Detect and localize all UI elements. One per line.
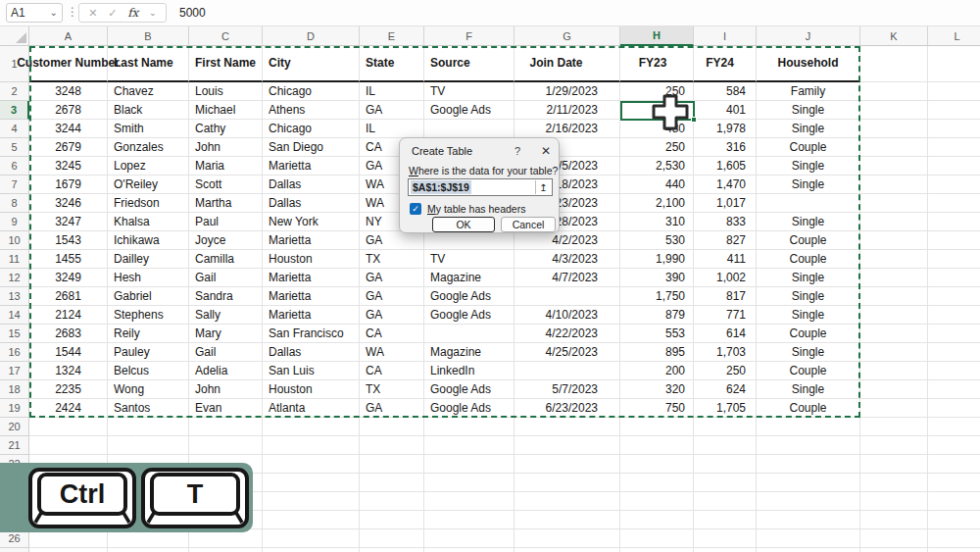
cell[interactable]: 530 <box>620 231 694 250</box>
cell[interactable] <box>360 529 424 548</box>
cell[interactable]: GA <box>360 399 424 418</box>
cell[interactable] <box>424 474 514 492</box>
close-icon[interactable]: ✕ <box>541 144 551 158</box>
cell[interactable]: Friedson <box>108 194 189 213</box>
cell[interactable]: 2124 <box>29 306 108 325</box>
insert-function-icon[interactable]: fx <box>127 6 138 20</box>
chevron-down-icon[interactable]: ⌄ <box>50 8 58 18</box>
cell[interactable]: 4/22/2023 <box>514 325 620 343</box>
help-icon[interactable]: ? <box>514 145 520 157</box>
cell[interactable]: 5,000 <box>620 101 694 120</box>
cell[interactable]: CA <box>360 362 424 380</box>
cell[interactable] <box>860 269 928 287</box>
cell[interactable] <box>694 529 757 548</box>
cell[interactable]: Family <box>757 82 860 101</box>
cell[interactable]: CA <box>360 325 424 343</box>
row-header-3[interactable]: 3 <box>0 101 29 120</box>
cell[interactable]: 310 <box>620 213 694 231</box>
cell[interactable]: Gail <box>189 343 263 362</box>
cell[interactable] <box>928 250 980 269</box>
cell[interactable]: TX <box>360 250 424 269</box>
cell[interactable] <box>928 362 980 380</box>
cell[interactable]: Reily <box>108 325 189 343</box>
cell[interactable] <box>514 474 620 492</box>
row-header-14[interactable]: 14 <box>0 306 29 325</box>
cell[interactable] <box>620 492 694 511</box>
cell[interactable] <box>29 436 108 455</box>
cell[interactable]: Single <box>757 269 860 287</box>
cell[interactable] <box>757 511 860 529</box>
cell[interactable]: Gonzales <box>108 138 189 157</box>
cell[interactable]: Houston <box>263 250 360 269</box>
cell[interactable] <box>860 455 928 474</box>
cell[interactable]: 1/29/2023 <box>514 82 620 101</box>
cell[interactable]: Source <box>424 46 514 82</box>
cell[interactable]: Atlanta <box>263 399 360 418</box>
cell[interactable]: Couple <box>757 325 860 343</box>
cell[interactable]: 411 <box>694 250 757 269</box>
headers-checkbox[interactable]: ✓ <box>410 203 421 215</box>
cell[interactable] <box>860 231 928 250</box>
cell[interactable]: San Luis <box>263 362 360 380</box>
cell[interactable] <box>263 511 360 529</box>
cell[interactable] <box>108 418 189 436</box>
cell[interactable]: Mary <box>189 325 263 343</box>
cell[interactable]: Marietta <box>263 231 360 250</box>
cell[interactable]: 2,100 <box>620 194 694 213</box>
cell[interactable]: 4/25/2023 <box>514 343 620 362</box>
cell[interactable] <box>514 362 620 380</box>
cell[interactable] <box>928 176 980 194</box>
cell[interactable] <box>928 492 980 511</box>
row-header-12[interactable]: 12 <box>0 269 29 287</box>
cell[interactable]: 1,990 <box>620 250 694 269</box>
cell[interactable]: Lopez <box>108 157 189 176</box>
cell[interactable] <box>860 46 928 82</box>
cell[interactable] <box>514 287 620 306</box>
cell[interactable]: First Name <box>189 46 263 82</box>
cell[interactable]: Black <box>108 101 189 120</box>
cell[interactable] <box>860 418 928 436</box>
table-range-input[interactable]: $A$1:$J$19 ↥ <box>408 178 553 196</box>
cell[interactable] <box>757 436 860 455</box>
cell[interactable]: 879 <box>620 306 694 325</box>
cell[interactable] <box>360 418 424 436</box>
cell[interactable]: Marietta <box>263 157 360 176</box>
col-header-B[interactable]: B <box>108 26 189 46</box>
row-header-11[interactable]: 11 <box>0 250 29 269</box>
row-header-2[interactable]: 2 <box>0 82 29 101</box>
cell[interactable]: Join Date <box>514 46 620 82</box>
cell[interactable]: Marietta <box>263 287 360 306</box>
cell[interactable]: Last Name <box>108 46 189 82</box>
cell[interactable]: Scott <box>189 176 263 194</box>
col-header-E[interactable]: E <box>360 26 424 46</box>
cell[interactable]: Couple <box>757 138 860 157</box>
cell[interactable]: 320 <box>620 380 694 399</box>
cell[interactable]: Single <box>757 343 860 362</box>
cell[interactable] <box>860 120 928 138</box>
ok-button[interactable]: OK <box>432 217 495 232</box>
cell[interactable]: 4/3/2023 <box>514 250 620 269</box>
cell[interactable]: Google Ads <box>424 306 514 325</box>
row-header-19[interactable]: 19 <box>0 399 29 418</box>
cell[interactable] <box>928 474 980 492</box>
cell[interactable]: Google Ads <box>424 101 514 120</box>
cell[interactable]: Chavez <box>108 82 189 101</box>
cell[interactable] <box>928 455 980 474</box>
cell[interactable] <box>860 511 928 529</box>
row-header-27[interactable]: 27 <box>0 548 29 552</box>
cell[interactable]: Single <box>757 306 860 325</box>
cell[interactable]: Cathy <box>189 120 263 138</box>
cell[interactable] <box>424 548 514 552</box>
cell[interactable]: 2424 <box>29 399 108 418</box>
cell[interactable] <box>620 418 694 436</box>
cell[interactable]: 440 <box>620 176 694 194</box>
cell[interactable]: Athens <box>263 101 360 120</box>
cell[interactable] <box>360 474 424 492</box>
cell[interactable]: 1,705 <box>694 399 757 418</box>
cell[interactable]: LinkedIn <box>424 362 514 380</box>
row-header-20[interactable]: 20 <box>0 418 29 436</box>
cell[interactable]: Maria <box>189 157 263 176</box>
cell[interactable]: Customer Number <box>29 46 108 82</box>
cell[interactable]: 6/23/2023 <box>514 399 620 418</box>
cell[interactable]: Couple <box>757 362 860 380</box>
